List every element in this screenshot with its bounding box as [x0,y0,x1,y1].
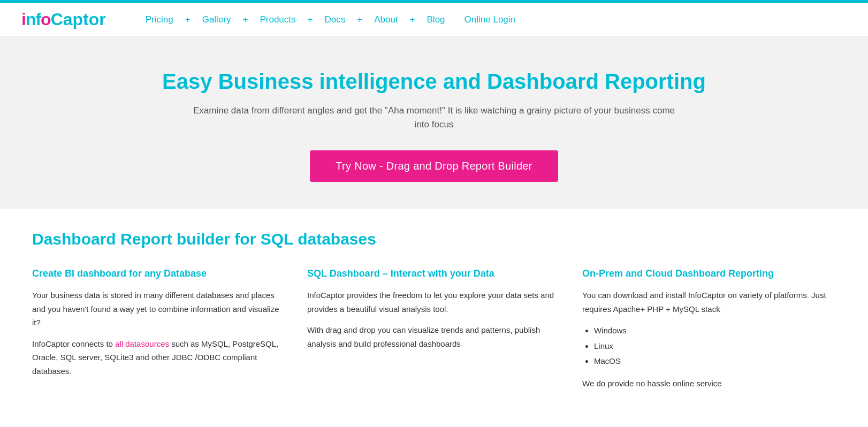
list-item-macos: MacOS [594,354,836,369]
column-onprem-cloud: On-Prem and Cloud Dashboard Reporting Yo… [582,268,836,398]
nav-about[interactable]: About [367,11,405,28]
col2-para1: InfoCaptor provides the freedom to let y… [307,288,561,316]
hero-subtitle: Examine data from different angles and g… [193,104,675,131]
col1-para1: Your business data is stored in many dif… [32,288,286,330]
column-sql-dashboard: SQL Dashboard – Interact with your Data … [307,268,561,398]
list-item-windows: Windows [594,323,836,339]
nav-online-login[interactable]: Online Login [457,11,523,28]
hero-title: Easy Business intelligence and Dashboard… [21,68,847,94]
nav-blog[interactable]: Blog [420,11,453,28]
main-nav: Pricing + Gallery + Products + Docs + Ab… [138,11,847,28]
col3-footer-text: We do provide no hassle online service [582,377,836,391]
logo-captor: Captor [51,10,106,29]
section-title: Dashboard Report builder for SQL databas… [32,230,836,248]
hero-section: Easy Business intelligence and Dashboard… [0,36,868,209]
logo-text: info [21,10,51,29]
nav-products[interactable]: Products [252,11,303,28]
col2-para2: With drag and drop you can visualize tre… [307,323,561,350]
col3-platform-list: Windows Linux MacOS [582,323,836,369]
col2-title: SQL Dashboard – Interact with your Data [307,268,561,280]
nav-products-plus: + [308,14,313,25]
nav-pricing-plus: + [185,14,191,25]
nav-pricing[interactable]: Pricing [138,11,181,28]
col3-title: On-Prem and Cloud Dashboard Reporting [582,268,836,280]
nav-docs[interactable]: Docs [317,11,353,28]
header: info Captor Pricing + Gallery + Products… [0,3,868,36]
logo[interactable]: info Captor [21,10,106,29]
list-item-linux: Linux [594,339,836,354]
nav-gallery-plus: + [243,14,248,25]
nav-about-plus: + [410,14,415,25]
nav-gallery[interactable]: Gallery [195,11,239,28]
nav-docs-plus: + [357,14,362,25]
col3-para1: You can download and install InfoCaptor … [582,288,836,316]
main-section: Dashboard Report builder for SQL databas… [0,209,868,419]
column-bi-dashboard: Create BI dashboard for any Database You… [32,268,286,398]
cta-button[interactable]: Try Now - Drag and Drop Report Builder [310,150,558,182]
feature-columns: Create BI dashboard for any Database You… [32,268,836,398]
col1-title: Create BI dashboard for any Database [32,268,286,280]
all-datasources-link[interactable]: all datasources [115,339,169,348]
col1-para2: InfoCaptor connects to all datasources s… [32,337,286,378]
